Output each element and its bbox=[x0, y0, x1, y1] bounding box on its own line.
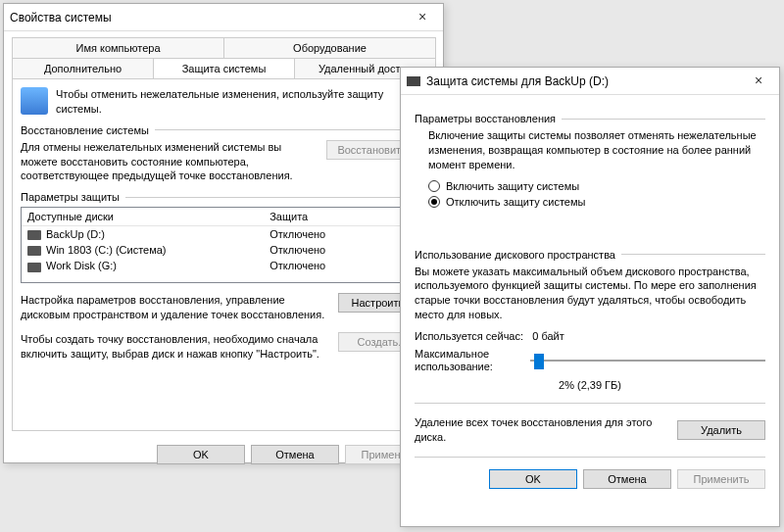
system-protection-window: Защита системы для BackUp (D:) × Парамет… bbox=[400, 67, 780, 527]
settings-group-label: Параметры защиты bbox=[21, 191, 120, 203]
col-drives[interactable]: Доступные диски bbox=[22, 208, 264, 226]
close-icon[interactable]: × bbox=[744, 72, 773, 91]
drive-name: BackUp (D:) bbox=[46, 228, 105, 240]
max-usage-slider[interactable] bbox=[530, 352, 765, 369]
protection-info-text: Чтобы отменить нежелательные изменения, … bbox=[56, 87, 426, 117]
dialog-buttons: OK Отмена Применить bbox=[415, 469, 765, 489]
params-text: Включение защиты системы позволяет отмен… bbox=[428, 128, 765, 172]
configure-text: Настройка параметров восстановления, упр… bbox=[21, 293, 330, 322]
slider-value: 2% (2,39 ГБ) bbox=[415, 379, 765, 391]
radio-off-label: Отключить защиту системы bbox=[446, 196, 585, 208]
dialog-body: Параметры восстановления Включение защит… bbox=[401, 95, 779, 499]
radio-disable-protection[interactable]: Отключить защиту системы bbox=[428, 196, 765, 208]
close-icon[interactable]: × bbox=[408, 8, 437, 27]
slider-thumb-icon[interactable] bbox=[534, 354, 544, 369]
ok-button[interactable]: OK bbox=[489, 469, 577, 489]
tab-advanced[interactable]: Дополнительно bbox=[12, 58, 154, 78]
window-title: Защита системы для BackUp (D:) bbox=[426, 74, 744, 88]
tab-content: Чтобы отменить нежелательные изменения, … bbox=[12, 78, 435, 431]
radio-enable-protection[interactable]: Включить защиту системы bbox=[428, 180, 765, 192]
create-text: Чтобы создать точку восстановления, необ… bbox=[21, 332, 330, 362]
disk-text: Вы можете указать максимальный объем дис… bbox=[415, 265, 765, 322]
tab-system-protection[interactable]: Защита системы bbox=[153, 58, 295, 78]
titlebar[interactable]: Свойства системы × bbox=[4, 4, 443, 31]
drive-name: Win 1803 (C:) (Система) bbox=[46, 244, 167, 256]
restore-group-label: Восстановление системы bbox=[21, 124, 149, 136]
params-group-header: Параметры восстановления bbox=[415, 113, 765, 124]
cancel-button[interactable]: Отмена bbox=[583, 469, 671, 489]
ok-button[interactable]: OK bbox=[157, 445, 245, 464]
drive-name: Work Disk (G:) bbox=[46, 260, 117, 271]
radio-icon bbox=[428, 196, 440, 208]
usage-row: Используется сейчас: 0 байт bbox=[415, 330, 765, 342]
params-group-label: Параметры восстановления bbox=[415, 113, 556, 124]
delete-text: Удаление всех точек восстановления для э… bbox=[415, 415, 669, 445]
tab-row-1: Имя компьютера Оборудование bbox=[4, 31, 443, 58]
window-title: Свойства системы bbox=[10, 11, 408, 24]
radio-icon bbox=[428, 180, 440, 192]
disk-group-header: Использование дискового пространства bbox=[415, 249, 765, 261]
titlebar[interactable]: Защита системы для BackUp (D:) × bbox=[401, 68, 779, 95]
drive-icon bbox=[27, 263, 41, 272]
drive-icon bbox=[27, 230, 41, 240]
shield-icon bbox=[21, 87, 48, 115]
cancel-button[interactable]: Отмена bbox=[251, 445, 339, 464]
radio-on-label: Включить защиту системы bbox=[446, 180, 579, 192]
restore-text: Для отмены нежелательных изменений систе… bbox=[21, 140, 318, 184]
tab-hardware[interactable]: Оборудование bbox=[223, 37, 436, 58]
restore-group-header: Восстановление системы bbox=[21, 124, 426, 136]
table-row[interactable]: BackUp (D:) Отключено bbox=[22, 226, 425, 243]
used-label: Используется сейчас: bbox=[415, 330, 523, 342]
table-row[interactable]: Work Disk (G:) Отключено bbox=[22, 258, 425, 273]
drive-icon bbox=[407, 76, 420, 86]
disk-group-label: Использование дискового пространства bbox=[415, 249, 615, 261]
drive-icon bbox=[27, 246, 41, 256]
tab-row-2: Дополнительно Защита системы Удаленный д… bbox=[4, 58, 443, 78]
system-properties-window: Свойства системы × Имя компьютера Оборуд… bbox=[3, 3, 444, 463]
drives-table[interactable]: Доступные диски Защита BackUp (D:) Отклю… bbox=[21, 207, 426, 283]
max-usage-label: Максимальное использование: bbox=[415, 348, 522, 373]
dialog-buttons: OK Отмена Применить bbox=[4, 439, 443, 470]
used-value: 0 байт bbox=[532, 330, 564, 342]
max-usage-row: Максимальное использование: bbox=[415, 348, 765, 373]
delete-button[interactable]: Удалить bbox=[677, 420, 765, 440]
settings-group-header: Параметры защиты bbox=[21, 191, 426, 203]
table-row[interactable]: Win 1803 (C:) (Система) Отключено bbox=[22, 242, 425, 258]
apply-button[interactable]: Применить bbox=[677, 469, 765, 489]
tab-computer-name[interactable]: Имя компьютера bbox=[12, 37, 224, 58]
